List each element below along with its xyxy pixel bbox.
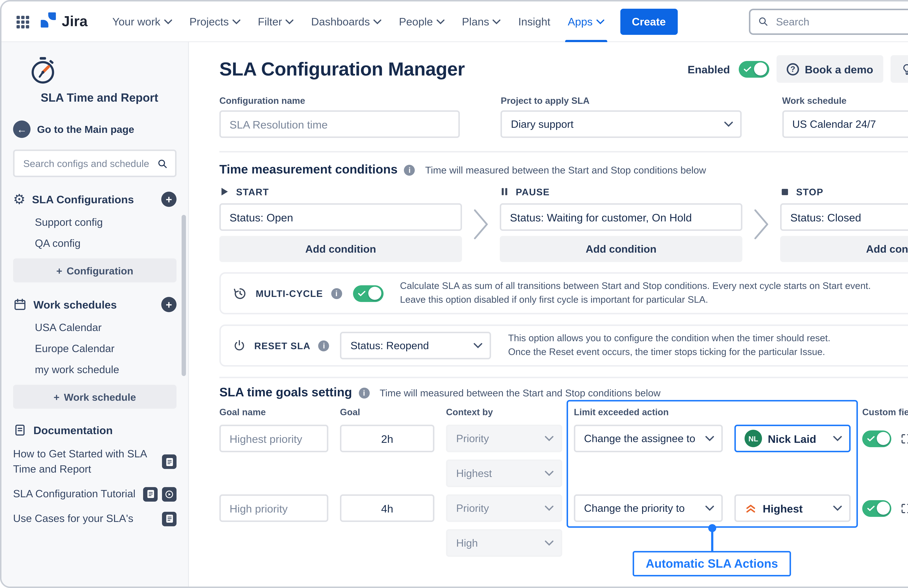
column-header-limit-exceeded-action: Limit exceeded action xyxy=(574,407,851,418)
goal-time-input[interactable]: 4h xyxy=(340,494,435,522)
assignee-select[interactable]: NL Nick Laid xyxy=(734,425,851,452)
conditions-section-title: Time measurement conditions xyxy=(219,162,398,177)
enabled-toggle[interactable] xyxy=(739,61,769,77)
goal-time-input[interactable]: 2h xyxy=(340,425,435,452)
sidebar-item-usa-calendar[interactable]: USA Calendar xyxy=(35,321,177,333)
question-icon: ? xyxy=(787,63,799,75)
lightbulb-icon xyxy=(901,63,908,75)
custom-field-toggle[interactable] xyxy=(862,430,891,447)
context-by-select[interactable]: Priority xyxy=(446,494,562,522)
multi-cycle-toggle[interactable] xyxy=(353,285,383,302)
doc-item-configuration-tutorial[interactable]: SLA Configuration Tutorial xyxy=(13,486,177,501)
pause-add-condition-button[interactable]: Add condition xyxy=(500,236,742,262)
add-work-schedule-button[interactable]: + Work schedule xyxy=(13,385,177,409)
info-icon[interactable]: i xyxy=(319,340,329,351)
sidebar-item-europe-calendar[interactable]: Europe Calendar xyxy=(35,343,177,354)
add-configuration-button[interactable]: + Configuration xyxy=(13,259,177,283)
work-schedule-select[interactable]: US Calendar 24/7 xyxy=(782,110,908,138)
chevron-down-icon xyxy=(833,505,842,511)
sla-configurations-section-header: ⚙ SLA Configurations + xyxy=(13,192,177,207)
goal-name-input[interactable]: High priority xyxy=(219,494,328,522)
doc-item-get-started[interactable]: How to Get Started with SLA Time and Rep… xyxy=(13,447,177,477)
start-condition-column: START Status: Open Add condition xyxy=(219,186,462,262)
flow-chevron-icon xyxy=(748,206,774,243)
info-icon[interactable]: i xyxy=(359,387,370,398)
stop-add-condition-button[interactable]: Add condition xyxy=(780,236,908,262)
global-search-input[interactable] xyxy=(774,15,906,28)
stopwatch-icon xyxy=(27,55,58,86)
nav-filter[interactable]: Filter xyxy=(249,1,303,42)
custom-field-cell xyxy=(862,494,908,522)
reset-sla-select[interactable]: Status: Reopend xyxy=(340,332,491,359)
chevron-down-icon xyxy=(705,505,714,511)
info-icon[interactable]: i xyxy=(331,288,342,299)
enabled-label: Enabled xyxy=(687,63,730,75)
article-badge-icon xyxy=(162,455,177,469)
chevron-down-icon xyxy=(545,540,554,546)
configuration-name-input[interactable]: SLA Resolution time xyxy=(219,110,460,138)
setup-wizard-button[interactable]: Setup Wizard xyxy=(891,55,908,83)
sidebar-item-qa-config[interactable]: QA config xyxy=(35,238,177,249)
column-header-custom-field: Custom field i xyxy=(862,406,908,418)
configuration-form: Configuration name SLA Resolution time P… xyxy=(219,96,908,138)
goals-section-subtitle: Time will measured between the Start and… xyxy=(380,387,661,398)
sidebar-scrollbar-thumb[interactable] xyxy=(182,215,186,376)
nav-your-work[interactable]: Your work xyxy=(103,1,181,42)
nav-people[interactable]: People xyxy=(390,1,453,42)
nav-insight[interactable]: Insight xyxy=(510,1,559,42)
jira-logo[interactable]: Jira xyxy=(39,11,87,32)
highest-priority-icon xyxy=(745,503,757,514)
priority-value-select[interactable]: Highest xyxy=(734,494,851,522)
app-window: Jira Your work Projects Filter Dashboard… xyxy=(0,0,908,588)
plus-icon: + xyxy=(53,391,60,403)
pause-condition-column: PAUSE Status: Waiting for customer, On H… xyxy=(500,186,742,262)
project-select[interactable]: Diary support xyxy=(501,110,741,138)
add-configuration-icon[interactable]: + xyxy=(161,192,177,207)
context-value-select[interactable]: High xyxy=(446,529,562,557)
callout-connector-line xyxy=(711,531,713,551)
expand-icon[interactable] xyxy=(900,432,908,445)
power-icon xyxy=(232,339,246,352)
start-add-condition-button[interactable]: Add condition xyxy=(219,236,462,262)
nav-projects[interactable]: Projects xyxy=(181,1,249,42)
assignee-avatar: NL xyxy=(745,430,762,447)
article-badge-icon xyxy=(143,487,158,501)
back-to-main-link[interactable]: ← Go to the Main page xyxy=(13,120,177,138)
doc-item-use-cases[interactable]: Use Cases for your SLA's xyxy=(13,511,177,526)
context-value-select[interactable]: Highest xyxy=(446,459,562,487)
check-icon xyxy=(744,66,751,72)
nav-apps[interactable]: Apps xyxy=(559,1,613,42)
jira-wordmark: Jira xyxy=(62,13,87,30)
book-demo-button[interactable]: ? Book a demo xyxy=(776,55,884,83)
context-by-select[interactable]: Priority xyxy=(446,425,562,452)
column-header-goal-name: Goal name xyxy=(219,407,328,418)
sidebar-search[interactable] xyxy=(13,149,177,177)
stop-condition-input[interactable]: Status: Closed xyxy=(780,203,908,231)
multi-cycle-description: Calculate SLA as sum of all transitions … xyxy=(400,280,871,307)
add-schedule-icon[interactable]: + xyxy=(161,297,177,312)
custom-field-cell xyxy=(862,425,908,452)
limit-action-select[interactable]: Change the priority to xyxy=(574,494,723,522)
page-title: SLA Configuration Manager xyxy=(219,58,465,80)
chevron-down-icon xyxy=(724,121,733,127)
global-search[interactable] xyxy=(749,8,908,34)
info-icon[interactable]: i xyxy=(404,164,415,175)
start-condition-input[interactable]: Status: Open xyxy=(219,203,462,231)
app-sidebar: SLA Time and Report ← Go to the Main pag… xyxy=(2,42,189,586)
sla-app-logo xyxy=(13,55,177,88)
sidebar-search-input[interactable] xyxy=(22,157,151,170)
goal-name-input[interactable]: Highest priority xyxy=(219,425,328,452)
custom-field-toggle[interactable] xyxy=(862,500,891,516)
create-button[interactable]: Create xyxy=(620,8,677,34)
pause-condition-input[interactable]: Status: Waiting for customer, On Hold xyxy=(500,203,742,231)
app-switcher-icon[interactable] xyxy=(13,12,32,31)
back-arrow-icon: ← xyxy=(13,120,31,138)
sidebar-item-support-config[interactable]: Support config xyxy=(35,216,177,228)
nav-dashboards[interactable]: Dashboards xyxy=(303,1,390,42)
expand-icon[interactable] xyxy=(900,502,908,514)
nav-plans[interactable]: Plans xyxy=(453,1,510,42)
limit-action-select[interactable]: Change the assignee to xyxy=(574,425,723,452)
reset-sla-option: RESET SLA i Status: Reopend This option … xyxy=(219,325,908,366)
chevron-down-icon xyxy=(545,471,554,476)
sidebar-item-my-work-schedule[interactable]: my work schedule xyxy=(35,364,177,375)
